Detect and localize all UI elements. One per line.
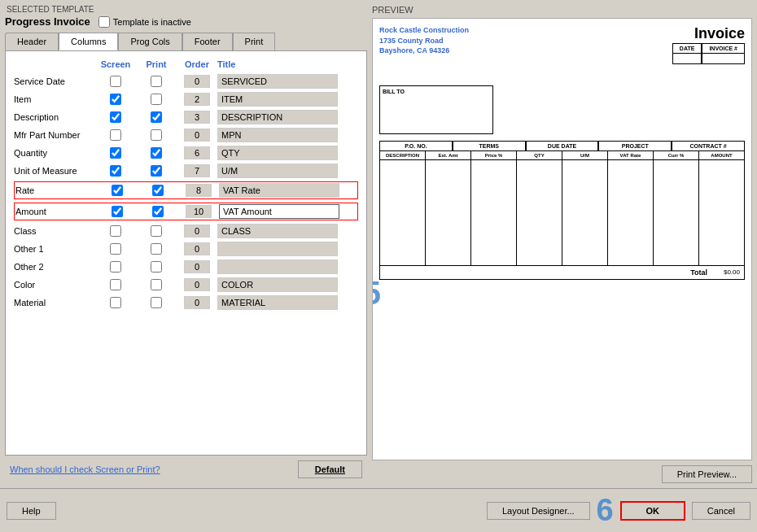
- template-inactive-label[interactable]: Template is inactive: [98, 16, 191, 28]
- row-service-date: Service Date SERVICED: [14, 74, 358, 89]
- row-description: Description DESCRIPTION: [14, 110, 358, 124]
- order-description[interactable]: [184, 111, 210, 124]
- inv-data-col-4: [517, 160, 562, 265]
- label-other1: Other 1: [14, 244, 95, 254]
- footer-bar: Help Layout Designer... 6 OK Cancel: [0, 488, 757, 532]
- inv-col-amount: AMOUNT: [699, 151, 744, 159]
- order-quantity[interactable]: [184, 146, 210, 159]
- inv-middle-row: P.O. NO. TERMS DUE DATE PROJECT CONTRACT…: [379, 141, 745, 151]
- print-description[interactable]: [151, 111, 162, 123]
- row-amount: Amount VAT Amount: [14, 203, 358, 220]
- order-color[interactable]: [184, 278, 210, 291]
- row-quantity: Quantity QTY: [14, 146, 358, 160]
- row-rate: Rate VAT Rate: [14, 181, 358, 199]
- order-amount[interactable]: [186, 205, 212, 218]
- print-material[interactable]: [151, 297, 162, 308]
- template-inactive-checkbox[interactable]: [98, 16, 110, 28]
- screen-quantity[interactable]: [110, 147, 121, 159]
- inv-col-um: U/M: [562, 151, 608, 159]
- title-rate[interactable]: VAT Rate: [219, 183, 339, 198]
- inv-col-qty: QTY: [517, 151, 562, 159]
- title-material[interactable]: MATERIAL: [217, 295, 338, 310]
- cancel-button[interactable]: Cancel: [692, 502, 750, 520]
- order-rate[interactable]: [186, 184, 212, 197]
- inv-data-col-3: [471, 160, 517, 265]
- screen-item[interactable]: [110, 94, 121, 105]
- tab-columns[interactable]: Columns: [59, 33, 118, 50]
- print-preview-button[interactable]: Print Preview...: [662, 465, 752, 483]
- order-unit-of-measure[interactable]: [184, 164, 210, 177]
- print-other1[interactable]: [151, 243, 162, 255]
- tab-print[interactable]: Print: [233, 33, 276, 50]
- col-header-screen: Screen: [95, 59, 136, 69]
- inv-total-label: Total: [690, 268, 707, 277]
- screen-service-date[interactable]: [110, 76, 121, 87]
- print-other2[interactable]: [151, 261, 162, 273]
- print-class[interactable]: [151, 225, 162, 237]
- label-amount: Amount: [15, 207, 97, 216]
- print-service-date[interactable]: [151, 76, 162, 87]
- title-service-date[interactable]: SERVICED: [217, 74, 338, 89]
- inv-data-area: [379, 160, 745, 266]
- order-item[interactable]: [184, 93, 210, 106]
- screen-other2[interactable]: [110, 261, 121, 273]
- inv-col-curr: Curr %: [654, 151, 699, 159]
- screen-rate[interactable]: [112, 185, 123, 196]
- title-quantity[interactable]: QTY: [217, 146, 338, 160]
- tab-footer[interactable]: Footer: [182, 33, 233, 50]
- label-item: Item: [14, 94, 95, 104]
- col-header-order: Order: [177, 59, 217, 69]
- print-item[interactable]: [151, 94, 162, 105]
- inv-invoice-label: INVOICE #: [702, 43, 745, 54]
- layout-designer-button[interactable]: Layout Designer...: [487, 502, 590, 520]
- order-class[interactable]: [184, 225, 210, 238]
- screen-amount[interactable]: [112, 206, 123, 217]
- order-mfr-part[interactable]: [184, 129, 210, 142]
- print-color[interactable]: [151, 279, 162, 290]
- screen-unit-of-measure[interactable]: [110, 165, 121, 177]
- screen-other1[interactable]: [110, 243, 121, 255]
- order-material[interactable]: [184, 296, 210, 309]
- order-other1[interactable]: [184, 242, 210, 255]
- col-header-title: Title: [217, 59, 358, 69]
- row-item: Item ITEM: [14, 92, 358, 107]
- screen-material[interactable]: [110, 297, 121, 308]
- screen-mfr-part[interactable]: [110, 129, 121, 141]
- inv-billto: BILL TO: [379, 85, 493, 134]
- title-class[interactable]: CLASS: [217, 224, 338, 238]
- title-mfr-part[interactable]: MPN: [217, 128, 338, 142]
- inv-col-vat-rate: VAT Rate: [608, 151, 654, 159]
- tab-prog-cols[interactable]: Prog Cols: [118, 33, 182, 50]
- inv-invoice-value: [702, 54, 745, 64]
- row-mfr-part: Mfr Part Number MPN: [14, 128, 358, 142]
- inv-data-col-2: [426, 160, 471, 265]
- col-header-row: Screen Print Order Title: [14, 59, 358, 69]
- print-rate[interactable]: [152, 185, 164, 196]
- screen-class[interactable]: [110, 225, 121, 237]
- default-button[interactable]: Default: [298, 460, 362, 478]
- ok-button[interactable]: OK: [620, 501, 685, 521]
- row-material: Material MATERIAL: [14, 295, 358, 310]
- title-color[interactable]: COLOR: [217, 277, 338, 292]
- title-unit-of-measure[interactable]: U/M: [217, 164, 338, 178]
- inv-billto-label: BILL TO: [383, 89, 490, 94]
- inv-po: P.O. NO.: [379, 141, 453, 151]
- order-service-date[interactable]: [184, 75, 210, 88]
- print-unit-of-measure[interactable]: [151, 165, 162, 177]
- screen-description[interactable]: [110, 111, 121, 123]
- print-amount[interactable]: [152, 206, 164, 217]
- print-quantity[interactable]: [151, 147, 162, 159]
- title-item[interactable]: ITEM: [217, 92, 338, 107]
- order-other2[interactable]: [184, 260, 210, 273]
- inv-total-value: $0.00: [724, 268, 740, 276]
- title-other2[interactable]: [217, 259, 338, 274]
- print-mfr-part[interactable]: [151, 129, 162, 141]
- tab-header[interactable]: Header: [5, 33, 59, 50]
- title-description[interactable]: DESCRIPTION: [217, 110, 338, 124]
- inv-data-col-8: [699, 160, 744, 265]
- help-button[interactable]: Help: [7, 502, 56, 520]
- title-amount[interactable]: VAT Amount: [219, 204, 339, 219]
- screen-color[interactable]: [110, 279, 121, 290]
- title-other1[interactable]: [217, 242, 338, 256]
- when-link[interactable]: When should I check Screen or Print?: [10, 464, 160, 474]
